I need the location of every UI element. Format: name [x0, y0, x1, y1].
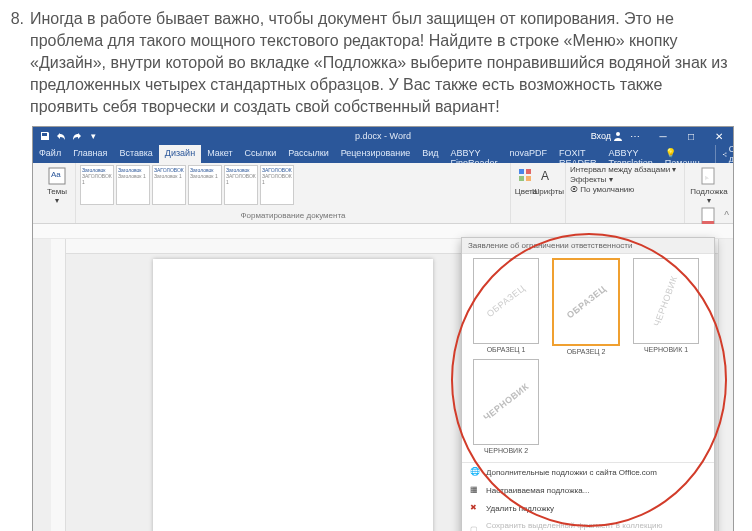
svg-rect-9	[526, 176, 531, 181]
tab-abbyy-fr[interactable]: ABBYY FineReader 12	[445, 145, 504, 163]
colors-fonts-group: Цвета A Шрифты	[511, 163, 566, 223]
word-window: ▾ p.docx - Word Вход ⋯ ─ □ ✕ Файл Главна…	[32, 126, 734, 531]
remove-watermark-item[interactable]: ✖Удалить подложку	[462, 499, 714, 517]
instruction-text: Иногда в работе бывает важно, чтобы доку…	[30, 8, 734, 118]
watermark-option[interactable]: ОБРАЗЕЦ ОБРАЗЕЦ 2	[546, 258, 626, 355]
watermark-button[interactable]: A Подложка▾	[689, 165, 729, 205]
collapse-ribbon-icon[interactable]: ^	[724, 210, 729, 221]
save-icon[interactable]	[39, 130, 51, 142]
themes-button[interactable]: Aа Темы▾	[37, 165, 77, 205]
gallery-header: Заявление об ограничении ответственности	[462, 238, 714, 254]
ribbon-tabs: Файл Главная Вставка Дизайн Макет Ссылки…	[33, 145, 733, 163]
window-controls: ⋯ ─ □ ✕	[621, 127, 733, 145]
svg-text:A: A	[541, 169, 549, 183]
vertical-ruler[interactable]	[51, 239, 66, 531]
style-thumb[interactable]: ЗаголовокЗаголовок 1	[188, 165, 222, 205]
style-thumb[interactable]: ЗАГОЛОВОКЗАГОЛОВОК 1	[260, 165, 294, 205]
share-icon	[722, 150, 727, 159]
tab-insert[interactable]: Вставка	[113, 145, 158, 163]
ribbon-design: Aа Темы▾ ЗаголовокЗАГОЛОВОК 1 ЗаголовокЗ…	[33, 163, 733, 224]
custom-watermark-item[interactable]: ▦Настраиваемая подложка...	[462, 481, 714, 499]
document-title: p.docx - Word	[355, 131, 411, 141]
document-formatting-group: ЗаголовокЗАГОЛОВОК 1 ЗаголовокЗаголовок …	[76, 163, 511, 223]
style-thumb[interactable]: ЗаголовокЗАГОЛОВОК 1	[224, 165, 258, 205]
sign-in[interactable]: Вход	[591, 131, 623, 141]
svg-rect-8	[519, 176, 524, 181]
quick-access-toolbar: ▾	[39, 130, 99, 142]
watermark-option[interactable]: ЧЕРНОВИК ЧЕРНОВИК 1	[626, 258, 706, 355]
svg-rect-7	[526, 169, 531, 174]
themes-icon: Aа	[48, 167, 66, 185]
group-label: Форматирование документа	[80, 211, 506, 221]
tab-file[interactable]: Файл	[33, 145, 67, 163]
redo-icon[interactable]	[71, 130, 83, 142]
paragraph-spacing[interactable]: Интервал между абзацами ▾	[570, 165, 680, 174]
tab-layout[interactable]: Макет	[201, 145, 238, 163]
tab-foxit[interactable]: FOXIT READER PDF	[553, 145, 603, 163]
tab-home[interactable]: Главная	[67, 145, 113, 163]
maximize-button[interactable]: □	[677, 127, 705, 145]
document-page[interactable]	[153, 259, 433, 531]
globe-icon: 🌐	[470, 467, 480, 477]
vertical-scrollbar[interactable]	[718, 239, 733, 531]
save-icon: ▢	[470, 525, 480, 531]
tab-abbyy-tr[interactable]: ABBYY Translation	[603, 145, 659, 163]
style-thumb[interactable]: ЗаголовокЗаголовок 1	[116, 165, 150, 205]
svg-text:Aа: Aа	[51, 170, 61, 179]
close-button[interactable]: ✕	[705, 127, 733, 145]
save-selection-item: ▢Сохранить выделенный фрагмент в коллекц…	[462, 517, 714, 531]
tab-view[interactable]: Вид	[416, 145, 444, 163]
fonts-icon: A	[539, 167, 557, 185]
delete-icon: ✖	[470, 503, 480, 513]
watermark-option[interactable]: ЧЕРНОВИК ЧЕРНОВИК 2	[466, 359, 546, 454]
tab-design[interactable]: Дизайн	[159, 145, 201, 163]
style-set-gallery[interactable]: ЗаголовокЗАГОЛОВОК 1 ЗаголовокЗаголовок …	[80, 165, 506, 205]
svg-point-0	[616, 132, 620, 136]
paragraph-spacing-group: Интервал между абзацами ▾ Эффекты ▾ ⦿ По…	[566, 163, 685, 223]
svg-rect-6	[519, 169, 524, 174]
qat-dropdown-icon[interactable]: ▾	[87, 130, 99, 142]
share-button[interactable]: Общий доступ	[715, 145, 734, 163]
tell-me[interactable]: 💡 Помощн…	[659, 145, 715, 163]
watermark-gallery: Заявление об ограничении ответственности…	[461, 237, 715, 531]
more-watermarks-item[interactable]: 🌐Дополнительные подложки с сайта Office.…	[462, 463, 714, 481]
set-default-button[interactable]: ⦿ По умолчанию	[570, 185, 680, 194]
page-color-icon	[700, 207, 718, 225]
tab-novapdf[interactable]: novaPDF	[504, 145, 554, 163]
effects-button[interactable]: Эффекты ▾	[570, 175, 680, 184]
colors-icon	[517, 167, 535, 185]
instruction-number: 8.	[0, 8, 30, 118]
ribbon-options-icon[interactable]: ⋯	[621, 127, 649, 145]
watermark-icon: ▦	[470, 485, 480, 495]
watermark-option[interactable]: ОБРАЗЕЦ ОБРАЗЕЦ 1	[466, 258, 546, 355]
style-thumb[interactable]: ЗаголовокЗАГОЛОВОК 1	[80, 165, 114, 205]
title-bar: ▾ p.docx - Word Вход ⋯ ─ □ ✕	[33, 127, 733, 145]
tab-review[interactable]: Рецензирование	[335, 145, 417, 163]
style-thumb[interactable]: ЗАГОЛОВОКЗаголовок 1	[152, 165, 186, 205]
instruction-item: 8. Иногда в работе бывает важно, чтобы д…	[0, 8, 734, 118]
minimize-button[interactable]: ─	[649, 127, 677, 145]
watermark-icon: A	[700, 167, 718, 185]
fonts-button[interactable]: A Шрифты	[537, 165, 559, 221]
tab-mailings[interactable]: Рассылки	[282, 145, 334, 163]
undo-icon[interactable]	[55, 130, 67, 142]
tab-references[interactable]: Ссылки	[239, 145, 283, 163]
themes-group: Aа Темы▾	[33, 163, 76, 223]
